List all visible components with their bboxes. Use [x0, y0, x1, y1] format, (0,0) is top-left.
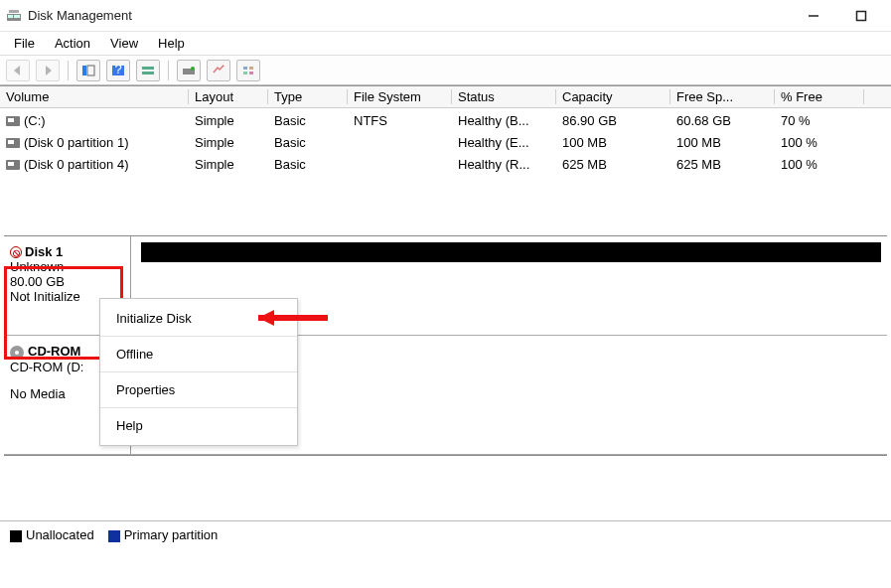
- col-free-space[interactable]: Free Sp...: [670, 89, 775, 104]
- menu-initialize-disk[interactable]: Initialize Disk: [100, 303, 297, 334]
- col-capacity[interactable]: Capacity: [556, 89, 670, 104]
- context-menu: Initialize Disk Offline Properties Help: [99, 298, 298, 446]
- svg-rect-3: [9, 10, 19, 13]
- svg-rect-2: [14, 15, 20, 18]
- menu-file[interactable]: File: [4, 34, 45, 53]
- volume-icon: [6, 160, 20, 170]
- menu-help[interactable]: Help: [148, 34, 195, 53]
- volume-free: 60.68 GB: [670, 113, 775, 128]
- volume-name: (Disk 0 partition 1): [24, 135, 128, 150]
- back-button[interactable]: [6, 60, 30, 81]
- volume-capacity: 100 MB: [556, 135, 670, 150]
- volume-percent-free: 70 %: [775, 113, 864, 128]
- volume-fs: NTFS: [348, 113, 452, 128]
- disk-kind: Unknown: [10, 259, 124, 274]
- more-button[interactable]: [236, 60, 260, 81]
- volume-name: (C:): [24, 113, 46, 128]
- svg-rect-15: [249, 67, 253, 70]
- svg-point-13: [191, 67, 195, 71]
- window-title: Disk Management: [28, 8, 800, 23]
- svg-rect-11: [142, 72, 154, 74]
- legend-primary: Primary partition: [108, 527, 219, 542]
- legend: Unallocated Primary partition: [0, 520, 891, 548]
- app-icon: [6, 8, 22, 24]
- maximize-button[interactable]: [847, 6, 875, 26]
- table-header-row: Volume Layout Type File System Status Ca…: [0, 86, 891, 108]
- menu-help[interactable]: Help: [100, 410, 297, 441]
- volume-capacity: 625 MB: [556, 157, 670, 172]
- menu-offline[interactable]: Offline: [100, 339, 297, 369]
- minimize-button[interactable]: [800, 6, 827, 26]
- menu-properties[interactable]: Properties: [100, 374, 297, 405]
- volume-icon: [6, 116, 20, 126]
- menu-action[interactable]: Action: [45, 34, 100, 53]
- settings-button[interactable]: [207, 60, 230, 81]
- svg-text:?: ?: [114, 65, 121, 76]
- volume-icon: [6, 138, 20, 148]
- volume-table: Volume Layout Type File System Status Ca…: [0, 85, 891, 235]
- table-row[interactable]: (C:)SimpleBasicNTFSHealthy (B...86.90 GB…: [0, 110, 891, 132]
- volume-status: Healthy (B...: [452, 113, 556, 128]
- volume-layout: Simple: [189, 113, 268, 128]
- help-button[interactable]: ?: [106, 60, 130, 81]
- error-icon: ⦸: [10, 246, 22, 258]
- col-type[interactable]: Type: [268, 89, 348, 104]
- volume-free: 625 MB: [670, 157, 775, 172]
- toolbar: ?: [0, 56, 891, 85]
- volume-free: 100 MB: [670, 135, 775, 150]
- legend-unallocated: Unallocated: [10, 527, 94, 542]
- volume-type: Basic: [268, 135, 348, 150]
- col-layout[interactable]: Layout: [189, 89, 268, 104]
- titlebar: Disk Management: [0, 0, 891, 32]
- volume-status: Healthy (E...: [452, 135, 556, 150]
- disk-name: Disk 1: [25, 244, 63, 259]
- volume-status: Healthy (R...: [452, 157, 556, 172]
- volume-layout: Simple: [189, 157, 268, 172]
- svg-rect-10: [142, 67, 154, 70]
- menu-view[interactable]: View: [100, 34, 148, 53]
- menubar: File Action View Help: [0, 32, 891, 56]
- unallocated-bar[interactable]: [141, 242, 881, 262]
- table-row[interactable]: (Disk 0 partition 4)SimpleBasicHealthy (…: [0, 154, 891, 176]
- svg-rect-1: [8, 15, 13, 18]
- volume-percent-free: 100 %: [775, 135, 864, 150]
- cdrom-icon: [10, 346, 24, 360]
- col-filesystem[interactable]: File System: [348, 89, 452, 104]
- action-button[interactable]: [136, 60, 160, 81]
- svg-rect-7: [87, 66, 94, 75]
- forward-button[interactable]: [36, 60, 60, 81]
- svg-rect-6: [82, 66, 86, 75]
- volume-layout: Simple: [189, 135, 268, 150]
- show-hide-tree-button[interactable]: [76, 60, 100, 81]
- volume-name: (Disk 0 partition 4): [24, 157, 128, 172]
- svg-rect-16: [243, 72, 247, 74]
- volume-percent-free: 100 %: [775, 157, 864, 172]
- col-volume[interactable]: Volume: [0, 89, 189, 104]
- table-row[interactable]: (Disk 0 partition 1)SimpleBasicHealthy (…: [0, 132, 891, 154]
- svg-rect-17: [249, 72, 253, 74]
- col-percent-free[interactable]: % Free: [775, 89, 864, 104]
- cdrom-name: CD-ROM: [28, 344, 80, 359]
- volume-type: Basic: [268, 113, 348, 128]
- refresh-button[interactable]: [177, 60, 201, 81]
- col-status[interactable]: Status: [452, 89, 556, 104]
- volume-capacity: 86.90 GB: [556, 113, 670, 128]
- disk-size: 80.00 GB: [10, 274, 124, 289]
- svg-rect-5: [857, 11, 866, 20]
- svg-rect-14: [243, 67, 247, 70]
- volume-type: Basic: [268, 157, 348, 172]
